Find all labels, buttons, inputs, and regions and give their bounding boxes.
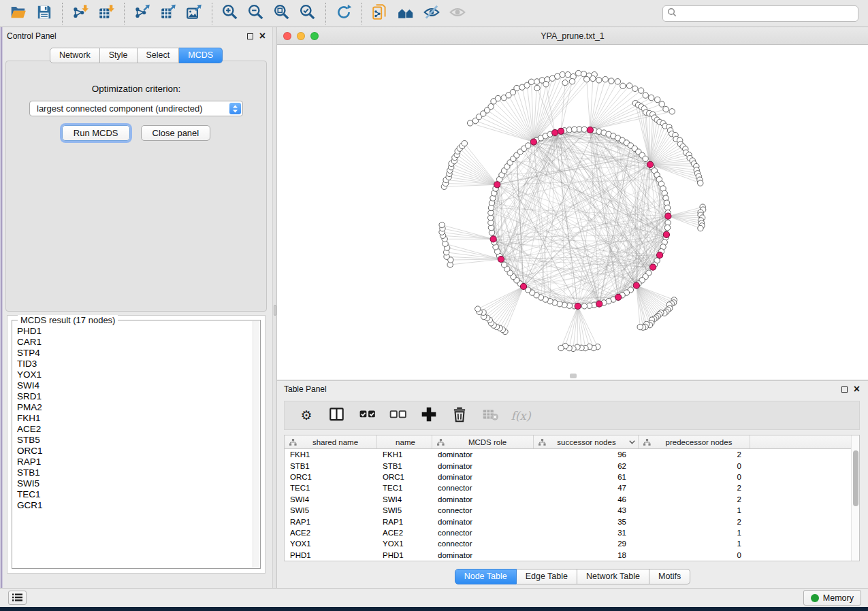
cell-predecessor-nodes[interactable]: 2: [639, 495, 750, 503]
network-node[interactable]: [581, 303, 587, 309]
network-node[interactable]: [569, 78, 575, 84]
network-node[interactable]: [488, 103, 494, 109]
zoom-in-button[interactable]: [217, 2, 243, 25]
splitter-handle-icon[interactable]: [274, 305, 276, 316]
float-panel-icon[interactable]: [247, 33, 253, 39]
mcds-hub-node[interactable]: [615, 294, 622, 300]
tab-network[interactable]: Network: [50, 48, 100, 63]
create-column-button[interactable]: [421, 408, 437, 424]
mcds-result-item[interactable]: ACE2: [17, 424, 260, 435]
cell-shared-name[interactable]: ORC1: [285, 473, 377, 481]
tab-network-table[interactable]: Network Table: [577, 569, 649, 584]
cell-MCDS-role[interactable]: dominator: [432, 551, 534, 559]
network-node[interactable]: [581, 71, 586, 77]
cell-predecessor-nodes[interactable]: 2: [639, 484, 750, 492]
network-node[interactable]: [663, 106, 669, 112]
network-node[interactable]: [596, 78, 602, 83]
cell-name[interactable]: RAP1: [377, 518, 432, 526]
mcds-result-item[interactable]: STB5: [17, 435, 260, 446]
cell-successor-nodes[interactable]: 31: [534, 529, 639, 537]
cell-MCDS-role[interactable]: dominator: [432, 518, 534, 526]
network-node[interactable]: [664, 225, 670, 230]
mcds-result-item[interactable]: FKH1: [17, 413, 260, 424]
cell-name[interactable]: ORC1: [377, 473, 432, 481]
table-row[interactable]: SWI4SWI4dominator462: [285, 494, 851, 505]
table-row[interactable]: RAP1RAP1dominator352: [285, 516, 851, 527]
network-node[interactable]: [562, 80, 568, 85]
network-node[interactable]: [543, 82, 549, 87]
mcds-hub-node[interactable]: [656, 252, 662, 258]
network-canvas[interactable]: [277, 45, 868, 380]
network-node[interactable]: [669, 109, 675, 114]
deselect-all-columns-button[interactable]: [390, 408, 406, 424]
cell-successor-nodes[interactable]: 43: [534, 506, 639, 514]
cell-successor-nodes[interactable]: 18: [534, 551, 639, 559]
panel-splitter[interactable]: [272, 27, 277, 588]
cell-predecessor-nodes[interactable]: 0: [639, 473, 750, 481]
cell-MCDS-role[interactable]: dominator: [432, 473, 534, 481]
zoom-fit-button[interactable]: [269, 2, 295, 25]
column-header-name[interactable]: name: [377, 435, 432, 448]
cell-successor-nodes[interactable]: 35: [534, 518, 639, 526]
network-node[interactable]: [558, 345, 564, 350]
network-node[interactable]: [501, 262, 507, 267]
cell-shared-name[interactable]: SWI5: [285, 506, 377, 514]
memory-button[interactable]: Memory: [803, 590, 861, 606]
mcds-result-item[interactable]: GCR1: [17, 500, 260, 511]
tab-mcds[interactable]: MCDS: [179, 48, 223, 63]
column-header-MCDS-role[interactable]: MCDS role: [432, 435, 534, 448]
close-panel-icon[interactable]: ×: [259, 33, 266, 39]
cell-shared-name[interactable]: STB1: [285, 462, 377, 470]
mcds-hub-node[interactable]: [665, 213, 671, 219]
table-row[interactable]: ORC1ORC1dominator610: [285, 472, 851, 482]
cell-predecessor-nodes[interactable]: 2: [639, 518, 750, 526]
run-mcds-button[interactable]: Run MCDS: [62, 125, 130, 141]
hide-graphics-details-button[interactable]: [419, 2, 445, 25]
network-node[interactable]: [698, 225, 703, 231]
cell-MCDS-role[interactable]: connector: [432, 506, 534, 514]
select-all-columns-button[interactable]: [359, 408, 376, 424]
tab-node-table[interactable]: Node Table: [455, 569, 517, 584]
network-node[interactable]: [565, 72, 570, 78]
mcds-result-item[interactable]: STB1: [17, 467, 260, 478]
tab-select[interactable]: Select: [138, 48, 180, 63]
export-table-button[interactable]: [155, 2, 181, 25]
delete-columns-button[interactable]: [451, 408, 468, 424]
network-node[interactable]: [467, 120, 472, 126]
float-table-panel-icon[interactable]: [841, 386, 848, 393]
network-node[interactable]: [602, 76, 608, 82]
cell-shared-name[interactable]: TEC1: [285, 484, 377, 492]
table-row[interactable]: FKH1FKH1dominator962: [285, 449, 851, 460]
mcds-result-item[interactable]: ORC1: [17, 446, 260, 457]
mcds-hub-node[interactable]: [663, 231, 669, 237]
result-scrollbar[interactable]: [253, 321, 259, 567]
cell-shared-name[interactable]: PHD1: [285, 551, 377, 559]
cell-MCDS-role[interactable]: dominator: [432, 450, 534, 459]
open-file-button[interactable]: [5, 2, 31, 25]
mcds-hub-node[interactable]: [575, 303, 581, 309]
cell-shared-name[interactable]: RAP1: [285, 518, 377, 526]
mcds-hub-node[interactable]: [649, 264, 656, 270]
cell-name[interactable]: YOX1: [377, 540, 432, 548]
criterion-select[interactable]: largest connected component (undirected): [29, 101, 243, 116]
network-node[interactable]: [615, 79, 620, 84]
network-node[interactable]: [560, 71, 565, 77]
cell-MCDS-role[interactable]: connector: [432, 540, 534, 548]
network-node[interactable]: [643, 93, 648, 98]
cell-MCDS-role[interactable]: dominator: [432, 495, 534, 503]
cell-name[interactable]: ACE2: [377, 529, 432, 537]
network-node[interactable]: [609, 78, 614, 84]
close-table-panel-icon[interactable]: ×: [854, 386, 860, 393]
table-row[interactable]: TEC1TEC1connector472: [285, 482, 851, 493]
network-node[interactable]: [698, 180, 703, 186]
mcds-hub-node[interactable]: [494, 182, 500, 188]
network-node[interactable]: [571, 127, 577, 132]
tab-motifs[interactable]: Motifs: [649, 569, 690, 584]
tab-style[interactable]: Style: [100, 48, 138, 63]
mcds-hub-node[interactable]: [490, 236, 496, 242]
cell-predecessor-nodes[interactable]: 0: [639, 462, 750, 470]
network-node[interactable]: [659, 101, 664, 107]
mcds-hub-node[interactable]: [520, 283, 526, 289]
zoom-selected-button[interactable]: [295, 2, 321, 25]
network-node[interactable]: [439, 222, 445, 227]
